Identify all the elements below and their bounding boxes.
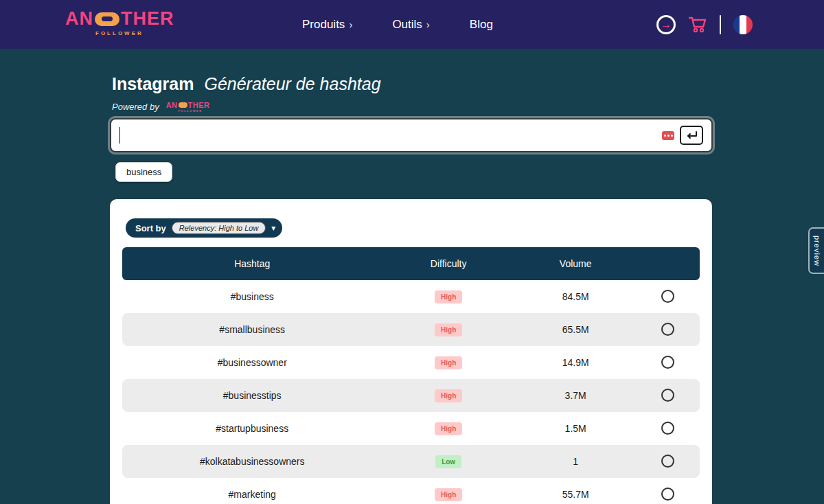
logo-subtitle: FOLLOWER xyxy=(95,30,174,36)
nav-item-blog[interactable]: Blog xyxy=(470,18,493,32)
nav-label: Produits xyxy=(302,18,345,32)
hashtag-cell: #businesstips xyxy=(122,390,382,401)
select-hashtag-radio[interactable] xyxy=(661,488,674,501)
difficulty-badge: High xyxy=(435,389,462,402)
hashtag-cell: #smallbusiness xyxy=(122,324,382,335)
sort-by-dropdown[interactable]: Sort by Relevency: High to Low ▾ xyxy=(126,218,282,238)
keyword-chip[interactable]: business xyxy=(115,162,172,182)
hashtag-cell: #marketing xyxy=(122,489,382,500)
select-hashtag-radio[interactable] xyxy=(661,323,674,336)
table-row: #kolkatabusinessowners Low 1 xyxy=(122,445,700,478)
col-hashtag: Hashtag xyxy=(122,258,382,269)
mini-logo-subtitle: FOLLOWER xyxy=(179,109,210,113)
login-arrow-glyph: → xyxy=(661,19,672,30)
chevron-right-icon: › xyxy=(426,19,430,30)
volume-cell: 65.5M xyxy=(515,324,637,335)
select-hashtag-radio[interactable] xyxy=(661,422,674,435)
hashtag-cell: #startupbusiness xyxy=(122,423,382,434)
powered-by-label: Powered by xyxy=(112,102,159,112)
nav-label: Blog xyxy=(470,18,493,32)
logo-o-pill-icon xyxy=(95,12,119,26)
sort-by-value: Relevency: High to Low xyxy=(172,222,266,234)
hashtag-cell: #businessowner xyxy=(122,357,382,368)
hashtag-cell: #kolkatabusinessowners xyxy=(122,456,382,467)
page-title-product: Instagram xyxy=(112,74,194,93)
chevron-down-icon: ▾ xyxy=(271,223,275,233)
difficulty-badge: High xyxy=(435,488,462,501)
difficulty-badge: High xyxy=(435,323,462,336)
more-dots-icon[interactable] xyxy=(662,131,674,140)
page-title-tool: Générateur de hashtag xyxy=(204,74,380,93)
table-row: #marketing High 55.7M xyxy=(122,478,700,504)
volume-cell: 1 xyxy=(515,456,637,467)
hashtag-search-box xyxy=(110,118,713,152)
preview-tab-label: preview xyxy=(813,236,821,266)
difficulty-badge: High xyxy=(435,356,462,369)
nav-item-outils[interactable]: Outils › xyxy=(392,18,429,32)
select-hashtag-radio[interactable] xyxy=(661,389,674,402)
brand-logo[interactable]: AN THER FOLLOWER xyxy=(65,8,174,36)
volume-cell: 84.5M xyxy=(515,291,637,302)
results-card: Sort by Relevency: High to Low ▾ Hashtag… xyxy=(110,199,712,504)
table-row: #startupbusiness High 1.5M xyxy=(122,412,700,445)
powered-by-logo[interactable]: AN THER FOLLOWER xyxy=(166,101,210,113)
hashtag-cell: #business xyxy=(122,291,382,302)
hashtag-table: Hashtag Difficulty Volume #business High… xyxy=(122,247,700,504)
table-body: #business High 84.5M #smallbusiness High… xyxy=(122,280,700,504)
mini-logo-suffix: THER xyxy=(188,101,210,109)
table-row: #businesstips High 3.7M xyxy=(122,379,700,412)
logo-prefix: AN xyxy=(65,8,93,30)
nav-item-produits[interactable]: Produits › xyxy=(302,18,352,32)
sort-by-label: Sort by xyxy=(135,223,166,233)
difficulty-badge: High xyxy=(435,290,462,303)
volume-cell: 3.7M xyxy=(515,390,637,401)
logo-suffix: THER xyxy=(121,8,174,30)
table-row: #businessowner High 14.9M xyxy=(122,346,700,379)
select-hashtag-radio[interactable] xyxy=(661,455,674,468)
difficulty-badge: Low xyxy=(435,455,461,468)
table-row: #business High 84.5M xyxy=(122,280,700,313)
select-hashtag-radio[interactable] xyxy=(661,290,674,303)
select-hashtag-radio[interactable] xyxy=(661,356,674,369)
cart-icon[interactable] xyxy=(688,16,707,34)
main-nav: Produits › Outils › Blog xyxy=(302,0,493,49)
col-difficulty: Difficulty xyxy=(382,258,514,269)
volume-cell: 55.7M xyxy=(515,489,637,500)
volume-cell: 1.5M xyxy=(515,423,637,434)
volume-cell: 14.9M xyxy=(515,357,637,368)
mini-logo-prefix: AN xyxy=(166,101,178,109)
mini-logo-o-pill-icon xyxy=(179,102,187,108)
navbar-divider xyxy=(720,15,721,34)
powered-by: Powered by AN THER FOLLOWER xyxy=(112,101,210,113)
flag-france-icon[interactable] xyxy=(733,15,753,34)
table-header: Hashtag Difficulty Volume xyxy=(122,247,700,280)
top-navbar: AN THER FOLLOWER Produits › Outils › Blo… xyxy=(0,0,824,49)
enter-key-icon[interactable] xyxy=(680,126,703,145)
difficulty-badge: High xyxy=(435,422,462,435)
col-volume: Volume xyxy=(515,258,637,269)
nav-label: Outils xyxy=(392,18,422,32)
brand-logo-wordmark: AN THER xyxy=(65,8,174,30)
page-title: Instagram Générateur de hashtag xyxy=(112,74,381,94)
login-arrow-icon[interactable]: → xyxy=(656,15,676,34)
chevron-right-icon: › xyxy=(349,19,352,30)
navbar-icons: → xyxy=(656,0,753,49)
hashtag-search-input[interactable] xyxy=(117,119,662,151)
table-row: #smallbusiness High 65.5M xyxy=(122,313,700,346)
preview-tab[interactable]: preview xyxy=(810,229,824,273)
